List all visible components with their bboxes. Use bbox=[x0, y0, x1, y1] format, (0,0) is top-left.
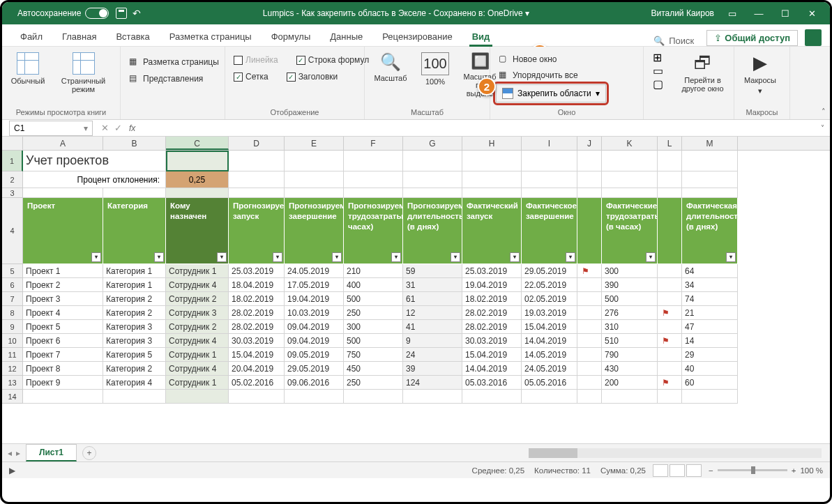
sheet-tab-1[interactable]: Лист1 bbox=[26, 444, 77, 461]
cell[interactable]: Проект 8 bbox=[23, 362, 103, 376]
cell[interactable]: 124 bbox=[403, 376, 462, 390]
cell[interactable]: 59 bbox=[403, 264, 462, 278]
col-header-C[interactable]: C bbox=[166, 137, 229, 150]
cell[interactable]: 14.04.2019 bbox=[462, 362, 522, 376]
cell[interactable]: 15.04.2019 bbox=[462, 348, 522, 362]
search-box[interactable]: 🔍 Поиск bbox=[653, 36, 694, 46]
cell[interactable]: 750 bbox=[344, 348, 403, 362]
cell[interactable]: Категория 3 bbox=[103, 334, 166, 348]
cell[interactable]: 29.05.2019 bbox=[522, 264, 577, 278]
cell[interactable] bbox=[166, 188, 229, 198]
cell[interactable]: 19.03.2019 bbox=[522, 306, 577, 320]
cell[interactable]: 47 bbox=[682, 320, 738, 334]
save-icon[interactable] bbox=[116, 8, 127, 19]
horizontal-scrollbar[interactable] bbox=[529, 448, 822, 458]
pagebreak-view-icon[interactable] bbox=[686, 464, 702, 477]
cell[interactable]: Прогнозируемое завершение▾ bbox=[285, 198, 344, 264]
cell[interactable]: 34 bbox=[682, 278, 738, 292]
cell[interactable]: 40 bbox=[682, 362, 738, 376]
cell[interactable]: 64 bbox=[682, 264, 738, 278]
row-header-12[interactable]: 12 bbox=[2, 362, 23, 376]
tab-home[interactable]: Главная bbox=[52, 27, 106, 46]
cell[interactable]: Сотрудник 2 bbox=[166, 292, 229, 306]
cell[interactable] bbox=[403, 188, 462, 198]
cell[interactable]: Проект 4 bbox=[23, 306, 103, 320]
cell[interactable]: 05.05.2016 bbox=[522, 376, 577, 390]
cell[interactable]: Сотрудник 4 bbox=[166, 362, 229, 376]
cell[interactable] bbox=[344, 151, 403, 171]
filter-button[interactable]: ▾ bbox=[391, 252, 401, 262]
col-header-A[interactable]: A bbox=[23, 137, 103, 150]
row-header-14[interactable]: 14 bbox=[2, 390, 23, 404]
cell[interactable] bbox=[577, 376, 602, 390]
ruler-checkbox[interactable]: Линейка bbox=[231, 54, 281, 66]
cell[interactable]: 400 bbox=[344, 278, 403, 292]
row-header-7[interactable]: 7 bbox=[2, 292, 23, 306]
add-sheet-button[interactable]: + bbox=[82, 446, 96, 460]
cell[interactable]: Категория 4 bbox=[103, 376, 166, 390]
cell[interactable]: Проект 5 bbox=[23, 320, 103, 334]
cell[interactable]: Фактическая длительность (в днях)▾ bbox=[682, 198, 738, 264]
sheet-next-icon[interactable]: ▸ bbox=[16, 448, 20, 458]
cell[interactable] bbox=[462, 188, 522, 198]
cell[interactable] bbox=[285, 171, 344, 188]
arrange-all-button[interactable]: ▦Упорядочить все bbox=[496, 68, 581, 82]
cell[interactable]: Категория 1 bbox=[103, 278, 166, 292]
pagebreak-view-button[interactable]: Страничный режим bbox=[52, 49, 114, 96]
cell[interactable]: Прогнозируемый запуск▾ bbox=[229, 198, 285, 264]
cell[interactable]: 61 bbox=[403, 292, 462, 306]
cell[interactable] bbox=[462, 171, 522, 188]
cell[interactable]: Проект▾ bbox=[23, 198, 103, 264]
cell[interactable]: 09.05.2019 bbox=[285, 348, 344, 362]
cell[interactable]: Проект 7 bbox=[23, 348, 103, 362]
cell[interactable]: 28.02.2019 bbox=[462, 306, 522, 320]
maximize-icon[interactable]: ☐ bbox=[773, 3, 798, 23]
cell[interactable]: 28.02.2019 bbox=[229, 320, 285, 334]
cell[interactable]: 250 bbox=[344, 376, 403, 390]
cell[interactable] bbox=[658, 292, 682, 306]
cell[interactable]: Проект 9 bbox=[23, 376, 103, 390]
cell[interactable]: 09.06.2016 bbox=[285, 376, 344, 390]
cell[interactable] bbox=[229, 390, 285, 404]
cell[interactable]: 14.05.2019 bbox=[522, 348, 577, 362]
cell[interactable]: Категория 2 bbox=[103, 362, 166, 376]
cell[interactable] bbox=[23, 390, 103, 404]
user-name[interactable]: Виталий Каиров bbox=[651, 8, 714, 18]
tab-insert[interactable]: Вставка bbox=[106, 27, 159, 46]
filter-button[interactable]: ▾ bbox=[510, 252, 520, 262]
cell[interactable] bbox=[522, 188, 577, 198]
cell[interactable]: 500 bbox=[344, 334, 403, 348]
cell[interactable] bbox=[577, 278, 602, 292]
normal-view-button[interactable]: Обычный bbox=[8, 49, 48, 88]
filter-button[interactable]: ▾ bbox=[217, 252, 227, 262]
zoom-out-icon[interactable]: − bbox=[709, 466, 713, 475]
cell[interactable]: 450 bbox=[344, 362, 403, 376]
cell[interactable] bbox=[682, 188, 738, 198]
cell[interactable]: 21 bbox=[682, 306, 738, 320]
cell[interactable] bbox=[658, 278, 682, 292]
cell[interactable]: 28.02.2019 bbox=[229, 306, 285, 320]
cell[interactable]: ⚑ bbox=[658, 376, 682, 390]
hide-icon[interactable]: ▭ bbox=[653, 64, 664, 75]
record-macro-icon[interactable]: ▶ bbox=[9, 466, 15, 475]
ribbon-options-icon[interactable]: ▭ bbox=[720, 3, 745, 23]
cell[interactable] bbox=[229, 171, 285, 188]
cell[interactable]: 300 bbox=[344, 320, 403, 334]
cell[interactable] bbox=[658, 198, 682, 264]
cell[interactable]: Сотрудник 4 bbox=[166, 278, 229, 292]
cell[interactable]: 300 bbox=[602, 264, 658, 278]
cell[interactable]: 17.05.2019 bbox=[285, 278, 344, 292]
cell[interactable] bbox=[602, 188, 658, 198]
expand-formula-bar-icon[interactable]: ˅ bbox=[821, 124, 824, 132]
cell[interactable] bbox=[403, 151, 462, 171]
cell[interactable]: 25.03.2019 bbox=[229, 264, 285, 278]
toggle-switch-icon[interactable] bbox=[85, 8, 109, 19]
cell[interactable] bbox=[577, 171, 602, 188]
cell[interactable]: 24.05.2019 bbox=[522, 362, 577, 376]
zoom-slider[interactable] bbox=[718, 469, 787, 471]
cell[interactable]: 250 bbox=[344, 306, 403, 320]
cell[interactable] bbox=[577, 362, 602, 376]
macros-button[interactable]: ▶Макросы▾ bbox=[740, 49, 780, 98]
col-header-J[interactable]: J bbox=[577, 137, 602, 150]
cell[interactable]: 15.04.2019 bbox=[522, 320, 577, 334]
